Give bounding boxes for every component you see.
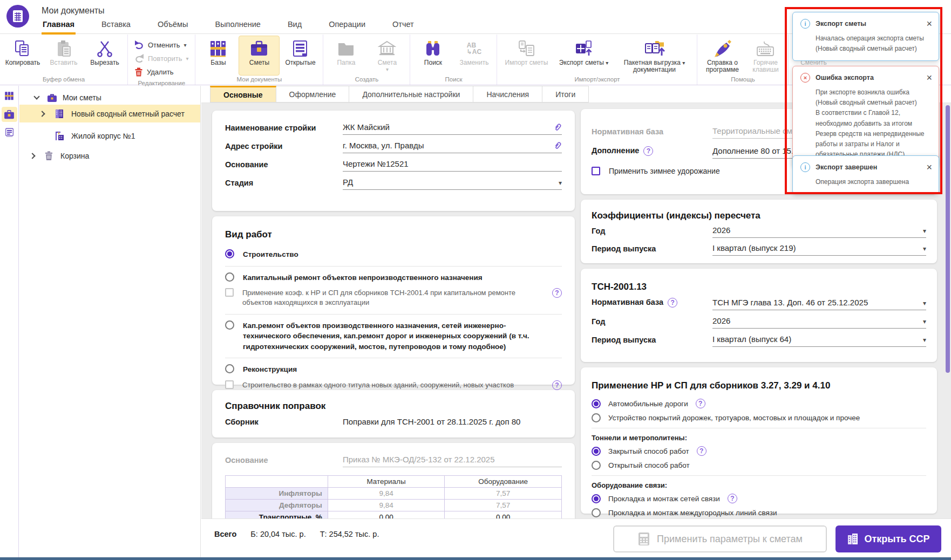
close-icon[interactable]: ×: [926, 163, 932, 171]
tree-item-my-estimates[interactable]: Мои сметы: [19, 89, 200, 106]
tree-item-building-1[interactable]: Жилой корпус №1: [19, 127, 200, 145]
help-icon[interactable]: ?: [668, 298, 677, 308]
open-ssr-button[interactable]: Открыть ССР: [835, 525, 941, 552]
export-estimate-button[interactable]: Экспорт сметы ▾: [553, 36, 614, 76]
help-icon[interactable]: ?: [728, 494, 737, 503]
close-icon[interactable]: ×: [926, 20, 932, 28]
tab-nachisleniya[interactable]: Начисления: [473, 86, 542, 103]
radio-open-method[interactable]: Открытый способ работ: [581, 461, 937, 470]
basis-field[interactable]: Чертежи №12521: [343, 159, 562, 172]
indices-card: Основание Приказ № МКЭ-ОД/25-132 от 22.1…: [212, 443, 575, 518]
redo-button[interactable]: Повторить ▾: [134, 52, 188, 64]
replace-button[interactable]: AB↳AC Заменить: [453, 36, 494, 76]
tab-itogi[interactable]: Итоги: [542, 86, 589, 103]
import-estimate-button[interactable]: Импорт сметы: [499, 36, 553, 76]
close-icon[interactable]: ×: [926, 74, 932, 81]
info-icon: i: [800, 19, 810, 29]
tree-item-trash[interactable]: Корзина: [19, 147, 200, 165]
rocket-icon: [713, 39, 731, 58]
checkbox-tsn-coeff[interactable]: Применение коэф. к НР и СП для сборников…: [212, 288, 575, 308]
construction-address-field[interactable]: г. Москва, ул. Правды: [343, 141, 562, 153]
undo-dropdown-caret[interactable]: ▾: [184, 42, 186, 48]
strip-bases-icon[interactable]: [2, 88, 17, 104]
tab-vypolnenie[interactable]: Выполнение: [214, 18, 262, 35]
vertical-scrollbar[interactable]: [946, 105, 950, 373]
tsn13-base-select[interactable]: ТСН МГЭ глава 13. Доп. 46 от 25.12.2025▾: [712, 298, 926, 310]
estimate-create-button[interactable]: Смета ▾: [366, 36, 407, 76]
deflator-equipment-cell[interactable]: 7,57: [445, 500, 562, 511]
tab-operacii[interactable]: Операции: [328, 18, 366, 35]
deflator-materials-cell[interactable]: 9,84: [328, 500, 445, 511]
estimates-button[interactable]: Сметы: [239, 36, 280, 76]
paste-button[interactable]: Вставить: [43, 36, 84, 76]
chevron-right-icon[interactable]: [39, 111, 45, 117]
batch-export-caret[interactable]: ▾: [682, 60, 685, 66]
help-icon[interactable]: ?: [696, 399, 705, 408]
column-header: Материалы: [328, 476, 445, 488]
radio-reconstruction[interactable]: Реконструкция: [212, 364, 575, 375]
coeff-year-select[interactable]: 2026▾: [712, 226, 926, 238]
cut-button[interactable]: Вырезать: [84, 36, 125, 76]
search-button[interactable]: Поиск: [412, 36, 453, 76]
radio-construction[interactable]: Строительство: [212, 249, 575, 260]
bases-button[interactable]: Базы: [198, 36, 239, 76]
radio-capital-repair[interactable]: Капитальный ремонт объектов непроизводст…: [212, 272, 575, 283]
paperclip-icon[interactable]: [553, 141, 562, 150]
tab-oformlenie[interactable]: Оформление: [276, 86, 350, 103]
radio-pavements[interactable]: Устройство покрытий дорожек, тротуаров, …: [581, 413, 937, 422]
help-icon[interactable]: ?: [697, 446, 707, 456]
tab-dop-nastroyki[interactable]: Дополнительные настройки: [349, 86, 473, 103]
indices-table: Материалы Оборудование Инфляторы 9,84 7,…: [225, 475, 562, 518]
tab-osnovnye[interactable]: Основные: [210, 86, 276, 103]
radio-comm-networks[interactable]: Прокладка и монтаж сетей связи ?: [581, 494, 937, 503]
corrections-collection-value[interactable]: Поправки для ТСН-2001 от 28.11.2025 г. д…: [343, 417, 562, 429]
radio-auto-roads[interactable]: Автомобильные дороги ?: [581, 399, 937, 408]
construction-name-field[interactable]: ЖК Майский: [343, 122, 562, 135]
transport-equipment-cell[interactable]: 0,00: [445, 511, 562, 519]
help-icon[interactable]: ?: [552, 380, 562, 390]
tsn13-period-select[interactable]: I квартал (выпуск 64)▾: [712, 334, 926, 347]
delete-button[interactable]: Удалить: [134, 66, 188, 78]
chevron-right-icon[interactable]: [29, 153, 35, 159]
strip-estimates-icon[interactable]: [2, 107, 17, 122]
radio-closed-method[interactable]: Закрытый способ работ ?: [581, 446, 937, 456]
tree-item-summary-calc[interactable]: Новый сводный сметный расчет: [19, 105, 200, 122]
help-icon[interactable]: ?: [552, 288, 562, 298]
chevron-down-icon: ▾: [923, 336, 926, 344]
help-icon[interactable]: ?: [643, 146, 653, 156]
strip-reports-icon[interactable]: [2, 125, 17, 140]
batch-export-button[interactable]: Пакетная выгрузка ▾документации: [614, 36, 695, 76]
tab-vstavka[interactable]: Вставка: [100, 18, 132, 35]
stage-select[interactable]: РД▾: [343, 177, 562, 190]
tab-otchet[interactable]: Отчет: [391, 18, 415, 35]
coeff-period-select[interactable]: I квартал (выпуск 219)▾: [712, 243, 926, 256]
tab-glavnaya[interactable]: Главная: [42, 18, 76, 35]
radio-icon: [592, 494, 601, 503]
total-label: Всего: [214, 530, 236, 538]
estimate-create-caret[interactable]: ▾: [386, 66, 389, 72]
export-caret[interactable]: ▾: [606, 60, 608, 66]
folder-button[interactable]: Папка: [325, 36, 366, 76]
about-button[interactable]: Справка опрограмме: [699, 36, 745, 76]
inflator-equipment-cell[interactable]: 7,57: [445, 488, 562, 500]
hotkeys-button[interactable]: Горячиеклавиши: [745, 36, 786, 76]
indices-basis-field[interactable]: Приказ № МКЭ-ОД/25-132 от 22.12.2025: [343, 455, 562, 467]
radio-industrial-repair[interactable]: Кап.ремонт объектов производственного на…: [212, 320, 575, 352]
footer-bar: Всего Б: 20,04 тыс. р. Т: 254,52 тыс. р.…: [201, 518, 951, 560]
apply-parameters-button[interactable]: Применить параметры к сметам: [613, 525, 827, 552]
undo-icon: [134, 40, 144, 49]
undo-button[interactable]: Отменить ▾: [134, 39, 188, 51]
inflator-materials-cell[interactable]: 9,84: [328, 488, 445, 500]
copy-button[interactable]: Копировать: [2, 36, 43, 76]
chevron-down-icon[interactable]: [33, 93, 39, 99]
tsn13-year-select[interactable]: 2026▾: [712, 316, 926, 329]
replace-ab-ac-icon: AB↳AC: [467, 39, 481, 58]
radio-intercity-lines[interactable]: Прокладка и монтаж междугородных линий с…: [581, 508, 937, 517]
transport-materials-cell[interactable]: 0,00: [328, 511, 445, 519]
tab-vid[interactable]: Вид: [287, 18, 303, 35]
tab-obyomy[interactable]: Объёмы: [157, 18, 189, 35]
redo-dropdown-caret[interactable]: ▾: [186, 56, 188, 62]
opened-button[interactable]: Открытые: [280, 36, 321, 76]
scissors-icon: [96, 39, 113, 58]
paperclip-icon[interactable]: [553, 123, 562, 132]
